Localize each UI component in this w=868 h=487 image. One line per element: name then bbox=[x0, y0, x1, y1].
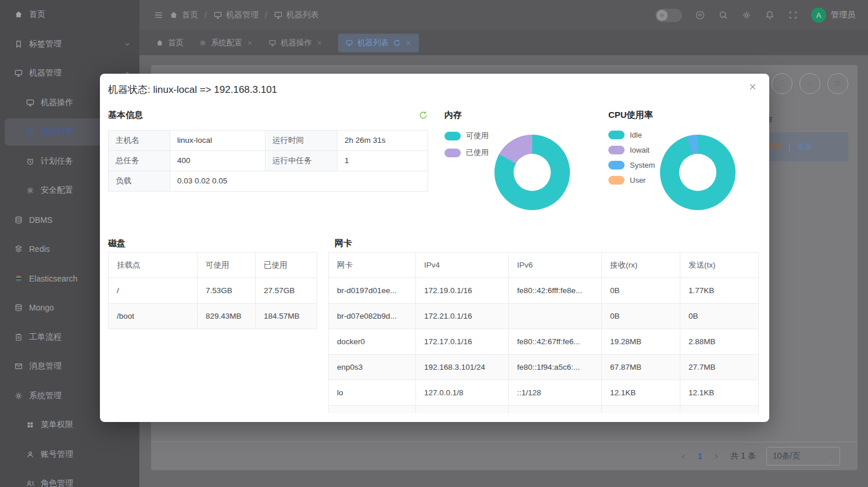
table-cell: 172.19.0.1/16 bbox=[416, 278, 509, 304]
tab-close-icon[interactable] bbox=[405, 39, 412, 46]
sidebar-item[interactable]: 标签管理 bbox=[0, 30, 139, 59]
settings-gear-icon[interactable] bbox=[741, 10, 752, 20]
tab-refresh-icon[interactable] bbox=[393, 39, 401, 47]
table-cell: 12.1KB bbox=[602, 380, 680, 406]
hamburger-icon[interactable] bbox=[153, 10, 164, 20]
table-cell: fe80::42:6fff:fe8e... bbox=[509, 278, 602, 304]
monitor-icon bbox=[268, 39, 277, 47]
sidebar-item-label: 消息管理 bbox=[29, 361, 62, 371]
legend-label: User bbox=[630, 176, 645, 185]
search-icon[interactable] bbox=[718, 10, 729, 20]
layers-icon bbox=[14, 244, 23, 254]
basic-info-value: 1 bbox=[338, 151, 428, 171]
sidebar-item-label: Redis bbox=[29, 244, 50, 254]
legend-item: System bbox=[608, 161, 655, 169]
table-header-cell: 可使用 bbox=[198, 252, 256, 278]
fullscreen-icon[interactable] bbox=[788, 10, 798, 20]
cpu-legend: Idle Iowait System User bbox=[608, 131, 655, 185]
tab-close-icon[interactable] bbox=[246, 39, 253, 46]
page-number[interactable]: 1 bbox=[698, 452, 702, 461]
language-icon[interactable]: 中 bbox=[695, 10, 705, 20]
table-header-cell: 接收(rx) bbox=[602, 252, 680, 278]
monitor-icon bbox=[213, 10, 223, 20]
clock-icon bbox=[26, 157, 35, 166]
total-count: 共 1 条 bbox=[730, 451, 756, 461]
home-icon bbox=[156, 39, 164, 47]
sidebar-item[interactable]: 首页 bbox=[0, 0, 139, 30]
divider bbox=[789, 143, 790, 151]
sidebar-item[interactable]: 账号管理 bbox=[0, 440, 139, 470]
sidebar-item-label: 标签管理 bbox=[29, 39, 62, 49]
table-cell: 172.21.0.1/16 bbox=[416, 304, 509, 329]
breadcrumb-item[interactable]: 机器列表 bbox=[274, 10, 319, 20]
table-cell: 2.88MB bbox=[680, 329, 759, 355]
gear-icon bbox=[26, 186, 35, 195]
sidebar-item-label: Mongo bbox=[29, 303, 54, 312]
filter-button[interactable] bbox=[827, 73, 848, 94]
tab-首页[interactable]: 首页 bbox=[156, 38, 184, 48]
page-size-select[interactable]: 10条/页 bbox=[766, 447, 840, 466]
tab-机器列表[interactable]: 机器列表 bbox=[338, 34, 419, 52]
legend-item: 已使用 bbox=[444, 147, 489, 158]
refresh-icon[interactable] bbox=[418, 110, 428, 120]
elastic-icon bbox=[14, 274, 23, 283]
table-cell: 127.0.0.1/8 bbox=[416, 380, 509, 406]
legend-swatch bbox=[608, 161, 625, 169]
table-cell: 1.77KB bbox=[680, 278, 759, 304]
table-cell bbox=[416, 406, 509, 413]
chevron-down-icon bbox=[123, 40, 131, 48]
basic-info-title: 基本信息 bbox=[108, 110, 143, 121]
next-page-button[interactable] bbox=[712, 453, 720, 460]
legend-label: 可使用 bbox=[466, 131, 489, 141]
sidebar-item-label: 机器操作 bbox=[41, 98, 73, 108]
basic-info-label: 主机名 bbox=[109, 131, 170, 151]
legend-item: User bbox=[608, 176, 655, 185]
legend-label: Idle bbox=[630, 131, 642, 139]
gear-icon bbox=[199, 39, 207, 47]
memory-chart-title: 内存 bbox=[444, 110, 462, 121]
tab-close-icon[interactable] bbox=[316, 39, 323, 46]
pagination: 1 共 1 条 10条/页 bbox=[151, 442, 858, 470]
memory-legend: 可使用 已使用 bbox=[444, 131, 489, 158]
user-menu[interactable]: A 管理员 bbox=[811, 8, 855, 23]
table-cell: br-d07e082b9d... bbox=[329, 304, 416, 329]
monitor-icon bbox=[26, 127, 35, 136]
collapse-button[interactable] bbox=[799, 73, 820, 94]
svg-text:中: 中 bbox=[698, 13, 702, 18]
prev-page-button[interactable] bbox=[680, 453, 687, 460]
memory-donut-chart bbox=[494, 135, 570, 210]
breadcrumb-separator: / bbox=[205, 10, 207, 20]
legend-label: 已使用 bbox=[466, 147, 489, 158]
more-action[interactable]: 更多 bbox=[797, 142, 822, 152]
table-header-cell: IPv4 bbox=[416, 252, 509, 278]
tab-系统配置[interactable]: 系统配置 bbox=[199, 38, 253, 48]
legend-swatch bbox=[608, 146, 625, 154]
table-cell: fe80::1f94:a5c6:... bbox=[509, 355, 602, 380]
basic-info-label: 总任务 bbox=[109, 151, 170, 171]
breadcrumb: 首页 / 机器管理 / 机器列表 bbox=[139, 10, 319, 20]
legend-swatch bbox=[444, 149, 461, 157]
table-header-cell: 网卡 bbox=[329, 252, 416, 278]
mail-icon bbox=[14, 362, 23, 371]
monitor-icon bbox=[345, 39, 353, 47]
gear-icon bbox=[14, 391, 23, 401]
table-cell bbox=[329, 406, 416, 413]
db-icon bbox=[14, 303, 23, 312]
theme-toggle[interactable] bbox=[655, 9, 682, 22]
close-icon[interactable] bbox=[748, 82, 758, 92]
tab-机器操作[interactable]: 机器操作 bbox=[268, 38, 323, 48]
table-cell bbox=[680, 406, 759, 413]
table-cell: 0B bbox=[602, 304, 680, 329]
network-table: 网卡IPv4IPv6接收(rx)发送(tx)br-d0197d01ee...17… bbox=[328, 252, 759, 413]
table-header-cell: IPv6 bbox=[509, 252, 602, 278]
breadcrumb-item[interactable]: 机器管理 bbox=[213, 10, 259, 20]
bookmark-icon bbox=[14, 39, 23, 49]
table-cell: 27.57GB bbox=[256, 278, 317, 304]
breadcrumb-item[interactable]: 首页 bbox=[169, 10, 198, 20]
sidebar-item[interactable]: 角色管理 bbox=[0, 469, 139, 487]
search-button[interactable] bbox=[772, 73, 792, 94]
notifications-bell-icon[interactable] bbox=[765, 10, 775, 20]
table-header-cell: 发送(tx) bbox=[680, 252, 759, 278]
table-cell: lo bbox=[329, 380, 416, 406]
table-cell bbox=[509, 304, 602, 329]
